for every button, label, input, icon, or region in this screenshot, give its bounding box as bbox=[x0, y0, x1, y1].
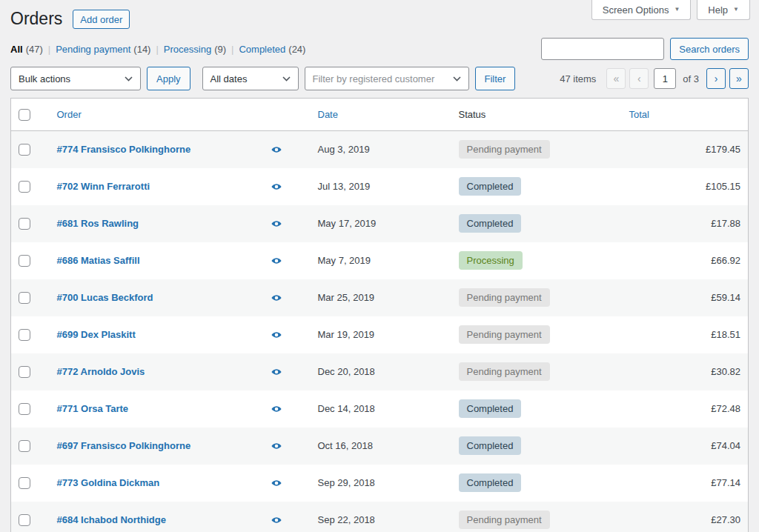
order-date: May 17, 2019 bbox=[318, 218, 377, 229]
total-pages-label: of 3 bbox=[683, 73, 699, 84]
order-date: Sep 22, 2018 bbox=[318, 514, 375, 525]
order-total: £59.14 bbox=[711, 292, 740, 303]
row-checkbox[interactable] bbox=[19, 292, 30, 304]
view-count-pending: (14) bbox=[133, 44, 150, 55]
search-box: Search orders bbox=[541, 38, 749, 60]
order-date: Dec 14, 2018 bbox=[318, 403, 375, 414]
caret-down-icon: ▼ bbox=[674, 7, 680, 13]
table-header-row: Order Date Status Total bbox=[11, 99, 749, 131]
preview-eye-icon[interactable] bbox=[271, 144, 282, 156]
view-separator: | bbox=[156, 44, 158, 55]
order-total: £18.51 bbox=[711, 329, 740, 340]
status-badge: Pending payment bbox=[459, 511, 550, 529]
view-link-pending[interactable]: Pending payment bbox=[56, 44, 130, 55]
row-checkbox[interactable] bbox=[19, 366, 30, 378]
status-badge: Completed bbox=[459, 214, 522, 233]
order-total: £66.92 bbox=[711, 255, 740, 266]
status-badge: Pending payment bbox=[459, 288, 550, 307]
view-count-processing: (9) bbox=[214, 44, 226, 55]
preview-eye-icon[interactable] bbox=[271, 292, 282, 304]
bulk-actions-value: Bulk actions bbox=[19, 73, 70, 84]
row-checkbox[interactable] bbox=[19, 329, 30, 341]
order-link[interactable]: #686 Matias Saffill bbox=[57, 255, 140, 266]
sort-by-date-header[interactable]: Date bbox=[318, 109, 338, 120]
table-row: #702 Winn Ferrarotti Jul 13, 2019 Comple… bbox=[11, 168, 749, 205]
view-link-completed[interactable]: Completed bbox=[239, 44, 285, 55]
order-link[interactable]: #774 Fransisco Polkinghorne bbox=[57, 144, 191, 155]
row-checkbox[interactable] bbox=[19, 144, 30, 156]
help-button[interactable]: Help ▼ bbox=[697, 0, 750, 20]
preview-eye-icon[interactable] bbox=[271, 514, 282, 526]
row-checkbox[interactable] bbox=[19, 440, 30, 452]
first-page-button[interactable]: « bbox=[606, 68, 626, 89]
order-link[interactable]: #681 Ros Rawling bbox=[57, 218, 139, 229]
table-row: #771 Orsa Tarte Dec 14, 2018 Completed £… bbox=[11, 390, 749, 428]
view-item-processing: Processing (9) bbox=[164, 44, 226, 55]
add-order-button[interactable]: Add order bbox=[73, 10, 130, 29]
prev-page-button[interactable]: ‹ bbox=[629, 68, 649, 89]
preview-eye-icon[interactable] bbox=[271, 440, 282, 452]
row-checkbox[interactable] bbox=[19, 403, 30, 415]
view-link-processing[interactable]: Processing bbox=[164, 44, 211, 55]
apply-button[interactable]: Apply bbox=[147, 67, 190, 90]
preview-eye-icon[interactable] bbox=[271, 255, 282, 267]
row-checkbox[interactable] bbox=[19, 181, 30, 193]
pagination: 47 items « ‹ of 3 › » bbox=[560, 68, 749, 89]
order-date: Mar 19, 2019 bbox=[318, 329, 375, 340]
row-checkbox[interactable] bbox=[19, 218, 30, 230]
order-link[interactable]: #699 Dex Plaskitt bbox=[57, 329, 136, 340]
order-link[interactable]: #700 Lucas Beckford bbox=[57, 292, 153, 303]
order-date: Jul 13, 2019 bbox=[318, 181, 371, 192]
preview-eye-icon[interactable] bbox=[271, 366, 282, 378]
bulk-actions-select[interactable]: Bulk actions bbox=[10, 67, 141, 90]
search-input[interactable] bbox=[541, 38, 664, 60]
next-page-button[interactable]: › bbox=[706, 68, 726, 89]
chevron-down-icon bbox=[125, 76, 133, 82]
sort-by-total-header[interactable]: Total bbox=[629, 109, 649, 120]
preview-eye-icon[interactable] bbox=[271, 477, 282, 489]
status-views-nav: All (47) | Pending payment (14) | Proces… bbox=[10, 44, 305, 55]
orders-table-head: Order Date Status Total bbox=[11, 99, 749, 131]
order-link[interactable]: #772 Arnoldo Jovis bbox=[57, 366, 145, 377]
last-page-button[interactable]: » bbox=[729, 68, 749, 89]
row-checkbox[interactable] bbox=[19, 514, 30, 526]
preview-eye-icon[interactable] bbox=[271, 403, 282, 415]
view-count-all: (47) bbox=[26, 44, 43, 55]
preview-eye-icon[interactable] bbox=[271, 181, 282, 193]
row-checkbox[interactable] bbox=[19, 477, 30, 489]
filter-button[interactable]: Filter bbox=[475, 67, 516, 90]
search-orders-button[interactable]: Search orders bbox=[670, 38, 749, 60]
order-link[interactable]: #773 Goldina Dickman bbox=[57, 477, 160, 488]
table-row: #684 Ichabod Northidge Sep 22, 2018 Pend… bbox=[11, 502, 749, 532]
filters-bar: Bulk actions Apply All dates Filter by r… bbox=[10, 67, 515, 90]
date-filter-select[interactable]: All dates bbox=[202, 67, 299, 90]
preview-eye-icon[interactable] bbox=[271, 218, 282, 230]
current-page-input[interactable] bbox=[654, 68, 676, 89]
order-date: Aug 3, 2019 bbox=[318, 144, 370, 155]
status-badge: Pending payment bbox=[459, 362, 550, 381]
screen-options-button[interactable]: Screen Options ▼ bbox=[591, 0, 692, 20]
view-separator: | bbox=[48, 44, 50, 55]
view-item-completed: Completed (24) bbox=[239, 44, 305, 55]
select-all-checkbox[interactable] bbox=[19, 109, 30, 121]
order-link[interactable]: #684 Ichabod Northidge bbox=[57, 514, 166, 525]
table-row: #699 Dex Plaskitt Mar 19, 2019 Pending p… bbox=[11, 316, 749, 353]
status-badge: Completed bbox=[459, 177, 522, 196]
sort-by-order-header[interactable]: Order bbox=[57, 109, 82, 120]
status-badge: Completed bbox=[459, 399, 522, 418]
help-label: Help bbox=[708, 4, 728, 16]
order-link[interactable]: #702 Winn Ferrarotti bbox=[57, 181, 150, 192]
table-row: #700 Lucas Beckford Mar 25, 2019 Pending… bbox=[11, 279, 749, 316]
order-date: Mar 25, 2019 bbox=[318, 292, 375, 303]
order-total: £27.30 bbox=[711, 514, 740, 525]
preview-eye-icon[interactable] bbox=[271, 329, 282, 341]
row-checkbox[interactable] bbox=[19, 255, 30, 267]
screen-options-label: Screen Options bbox=[603, 4, 669, 16]
customer-filter-select[interactable]: Filter by registered customer bbox=[305, 67, 469, 90]
order-total: £74.04 bbox=[711, 440, 740, 451]
order-total: £77.14 bbox=[711, 477, 740, 488]
view-link-all[interactable]: All bbox=[10, 44, 23, 55]
order-link[interactable]: #771 Orsa Tarte bbox=[57, 403, 129, 414]
order-link[interactable]: #697 Fransisco Polkinghorne bbox=[57, 440, 191, 451]
table-row: #773 Goldina Dickman Sep 29, 2018 Comple… bbox=[11, 465, 749, 502]
